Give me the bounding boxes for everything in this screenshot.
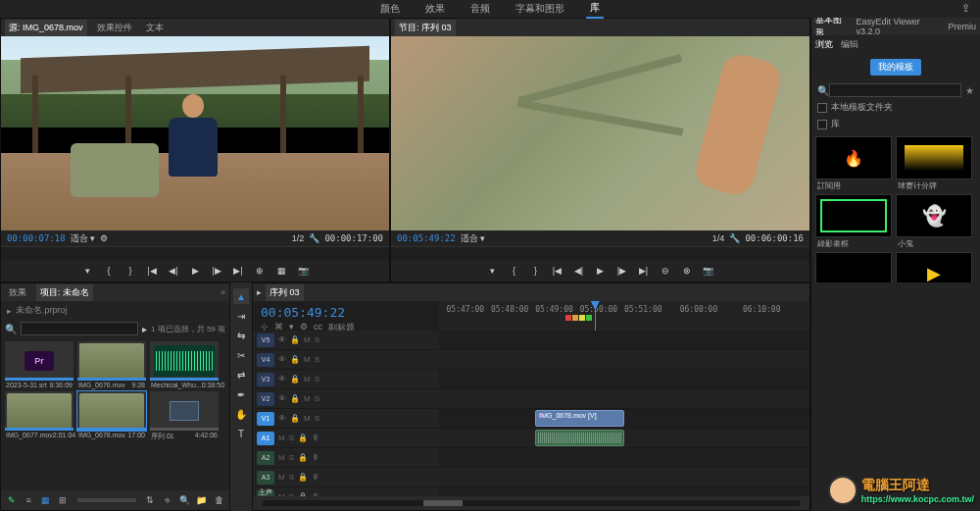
pen-tool-icon[interactable]: ✒ <box>233 386 249 402</box>
bin-thumb[interactable] <box>77 391 146 431</box>
prg-play-icon[interactable]: ▶ <box>594 264 608 278</box>
prg-marker-icon[interactable]: ▾ <box>486 264 500 278</box>
video-lane[interactable] <box>439 389 809 409</box>
toggle-output-icon[interactable]: 👁 <box>278 414 286 423</box>
video-track-head[interactable]: V3👁🔒MS <box>253 370 439 389</box>
track-target[interactable]: A2 <box>257 451 274 465</box>
audio-track-head[interactable]: A1MS🔒🎙 <box>253 429 439 448</box>
audio-lane[interactable] <box>439 429 809 448</box>
lock-icon[interactable]: 🔒 <box>290 335 300 344</box>
video-lane[interactable] <box>439 370 809 389</box>
prg-go-out-icon[interactable]: ▶| <box>637 264 651 278</box>
template-thumb[interactable] <box>815 194 892 237</box>
source-wrench-icon[interactable]: 🔧 <box>309 233 319 243</box>
program-wrench-icon[interactable]: 🔧 <box>729 233 740 243</box>
project-tab[interactable]: 项目: 未命名 <box>36 284 93 301</box>
solo-icon[interactable]: S <box>289 453 294 462</box>
eg-browse-tab[interactable]: 浏览 <box>815 38 833 51</box>
automate-icon[interactable]: ⎆ <box>161 493 173 507</box>
prg-step-back-icon[interactable]: ◀| <box>572 264 586 278</box>
hand-tool-icon[interactable]: ✋ <box>233 406 249 422</box>
source-fit-dropdown[interactable]: 适合 <box>71 233 88 243</box>
selection-tool-icon[interactable]: ▲ <box>233 288 249 304</box>
track-target[interactable]: A1 <box>257 432 274 445</box>
workspace-tab-library[interactable]: 库 <box>586 0 604 19</box>
effects-tab[interactable]: 效果 <box>5 284 30 301</box>
library-checkbox[interactable] <box>817 120 827 129</box>
razor-tool-icon[interactable]: ✂ <box>233 347 249 363</box>
new-bin-icon[interactable]: 📁 <box>195 493 208 507</box>
freeform-icon[interactable]: ⊞ <box>56 493 69 507</box>
overwrite-icon[interactable]: ▦ <box>274 264 288 278</box>
export-frame-icon[interactable]: 📷 <box>296 264 310 278</box>
program-scrub-bar[interactable] <box>391 246 809 260</box>
audio-track-head[interactable]: A2MS🔒🎙 <box>253 448 439 468</box>
track-target[interactable]: V5 <box>257 333 274 347</box>
bin-thumb[interactable] <box>150 391 219 431</box>
playhead[interactable] <box>595 301 596 331</box>
program-monitor-view[interactable] <box>391 36 809 230</box>
marker-green[interactable] <box>586 315 592 321</box>
program-out-timecode[interactable]: 00:06:00:16 <box>745 233 804 243</box>
icon-view-icon[interactable]: ▦ <box>39 493 52 507</box>
project-search-input[interactable] <box>21 322 138 335</box>
lock-icon[interactable]: 🔒 <box>290 355 300 364</box>
template-thumb[interactable] <box>896 252 972 282</box>
source-scrub-bar[interactable] <box>1 246 389 260</box>
track-target[interactable]: A3 <box>257 471 274 485</box>
timeline-ruler[interactable]: 05:47:00 05:48:00 05:49:00 05:50:00 05:5… <box>439 301 809 331</box>
eg-search-input[interactable] <box>829 83 961 97</box>
workspace-tab-captions[interactable]: 字幕和图形 <box>512 0 568 18</box>
source-in-timecode[interactable]: 00:00:07:18 <box>7 233 66 243</box>
track-target[interactable]: V2 <box>257 392 274 406</box>
step-fwd-icon[interactable]: |▶ <box>210 264 223 278</box>
my-templates-button[interactable]: 我的模板 <box>870 59 921 76</box>
toggle-output-icon[interactable]: 👁 <box>278 335 286 344</box>
template-thumb[interactable] <box>815 252 892 282</box>
eg-extra[interactable]: Premiu <box>948 22 976 31</box>
new-item-icon[interactable]: ✎ <box>5 493 18 507</box>
video-track-head[interactable]: V5👁🔒MS <box>253 331 439 350</box>
marker-yellow[interactable] <box>579 315 585 321</box>
prg-in-icon[interactable]: { <box>508 264 521 278</box>
prg-extract-icon[interactable]: ⊗ <box>680 264 694 278</box>
audio-clip[interactable] <box>535 430 624 446</box>
proj-filter-icon[interactable]: ▸ <box>142 324 147 334</box>
lock-icon[interactable]: 🔒 <box>290 414 300 423</box>
marker-red[interactable] <box>565 315 571 321</box>
thumb-size-slider[interactable] <box>77 498 136 502</box>
bin-thumb[interactable] <box>77 341 146 381</box>
video-lane[interactable] <box>439 331 809 350</box>
marker-orange[interactable] <box>572 315 578 321</box>
text-tab[interactable]: 文本 <box>142 20 168 36</box>
local-folder-checkbox[interactable] <box>817 103 827 113</box>
program-in-timecode[interactable]: 00:05:49:22 <box>397 233 456 243</box>
source-monitor-view[interactable] <box>1 36 389 230</box>
audio-lane[interactable] <box>439 487 809 496</box>
track-target[interactable]: V4 <box>257 353 274 367</box>
toggle-output-icon[interactable]: 👁 <box>278 375 286 383</box>
prg-go-in-icon[interactable]: |◀ <box>551 264 564 278</box>
share-icon[interactable]: ⇪ <box>961 2 970 15</box>
audio-lane[interactable] <box>439 448 809 468</box>
solo-icon[interactable]: S <box>289 473 294 482</box>
prg-lift-icon[interactable]: ⊖ <box>659 264 672 278</box>
video-track-head[interactable]: V4👁🔒MS <box>253 350 439 370</box>
ripple-tool-icon[interactable]: ⇆ <box>233 328 249 343</box>
prg-step-fwd-icon[interactable]: |▶ <box>615 264 629 278</box>
program-zoom-dropdown[interactable]: 1/4 <box>712 233 725 243</box>
bin-thumb[interactable] <box>5 391 74 431</box>
mute-icon[interactable]: M <box>278 453 285 462</box>
eg-edit-tab[interactable]: 编辑 <box>841 38 858 51</box>
program-tab[interactable]: 节目: 序列 03 <box>395 20 456 36</box>
source-out-timecode[interactable]: 00:00:17:00 <box>324 233 383 243</box>
eg-filter-icon[interactable]: ★ <box>965 85 974 96</box>
find-icon[interactable]: 🔍 <box>178 493 191 507</box>
sequence-tab[interactable]: 序列 03 <box>266 284 304 301</box>
template-thumb[interactable] <box>896 194 972 237</box>
video-lane[interactable]: fx IMG_0678.mov [V] <box>439 409 809 429</box>
delete-icon[interactable]: 🗑 <box>213 493 225 507</box>
play-icon[interactable]: ▶ <box>188 264 202 278</box>
timeline-timecode[interactable]: 00:05:49:22 <box>261 305 431 320</box>
sort-icon[interactable]: ⇅ <box>144 493 157 507</box>
